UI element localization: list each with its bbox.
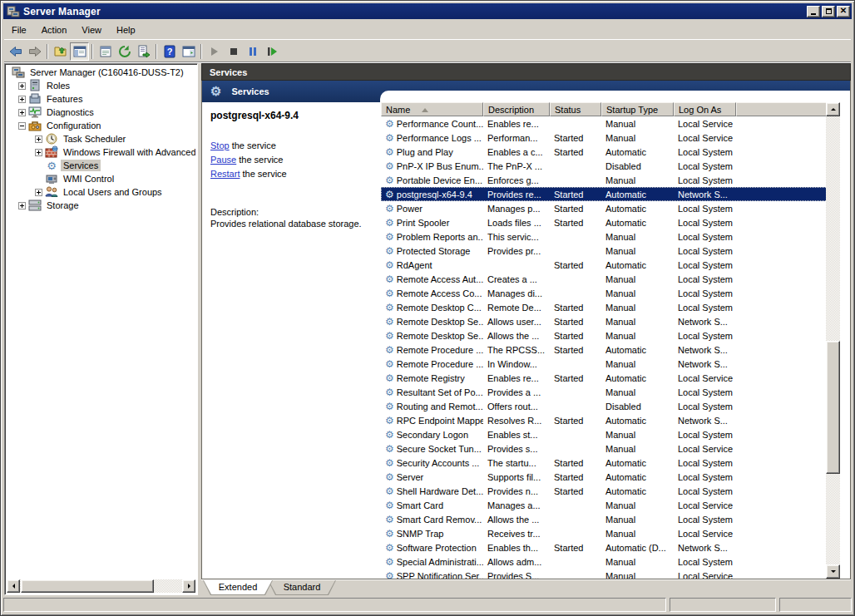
service-row[interactable]: ⚙SPP Notification Ser...Provides S...Man… [381, 569, 828, 579]
restart-service-link[interactable]: Restart [210, 169, 240, 179]
service-row[interactable]: ⚙ServerSupports fil...StartedAutomaticLo… [381, 470, 828, 484]
collapse-minus-icon[interactable] [18, 122, 26, 130]
scroll-left-button[interactable] [7, 579, 20, 593]
column-header-startup-type[interactable]: Startup Type [601, 102, 674, 116]
service-row[interactable]: ⚙PnP-X IP Bus Enum...The PnP-X ...Disabl… [381, 159, 828, 173]
stop-service-button[interactable] [224, 42, 243, 61]
service-row[interactable]: ⚙RPC Endpoint MapperResolves R...Started… [381, 413, 828, 427]
service-row[interactable]: ⚙Software ProtectionEnables th...Started… [381, 540, 828, 554]
service-logon-as: Local Service [674, 373, 736, 383]
service-row[interactable]: ⚙SNMP TrapReceives tr...ManualLocal Serv… [381, 526, 828, 540]
expand-plus-icon[interactable] [18, 109, 26, 116]
tab-standard[interactable]: Standard [268, 580, 336, 595]
close-button[interactable]: ✕ [837, 6, 850, 17]
stop-service-link[interactable]: Stop [210, 140, 230, 150]
service-row[interactable]: ⚙Remote Procedure ...The RPCSS...Started… [381, 342, 828, 357]
maximize-button[interactable] [822, 6, 835, 17]
service-row[interactable]: ⚙Remote Desktop Se...Allows the ...Start… [381, 328, 828, 342]
column-header-name[interactable]: Name [381, 102, 483, 116]
refresh-button[interactable] [115, 42, 134, 61]
tree-expander[interactable] [32, 149, 45, 156]
expand-plus-icon[interactable] [18, 96, 26, 103]
column-header-status[interactable]: Status [550, 102, 601, 116]
service-row[interactable]: ⚙Remote Desktop Se...Allows user...Start… [381, 314, 828, 328]
service-row[interactable]: ⚙Remote Desktop C...Remote De...StartedM… [381, 300, 828, 314]
forward-button[interactable] [25, 42, 44, 61]
scroll-down-button[interactable] [826, 564, 840, 579]
minimize-button[interactable] [807, 6, 820, 17]
scroll-up-button[interactable] [826, 102, 840, 116]
menu-action[interactable]: Action [34, 22, 75, 37]
tree-expander[interactable] [15, 122, 28, 130]
column-header-log-on-as[interactable]: Log On As [674, 102, 736, 116]
service-row[interactable]: ⚙Remote Procedure ...In Window...ManualN… [381, 357, 828, 371]
help-button[interactable]: ? [160, 42, 179, 61]
service-row[interactable]: ⚙Print SpoolerLoads files ...StartedAuto… [381, 215, 828, 229]
tree-horizontal-scrollbar[interactable] [7, 579, 195, 593]
service-row[interactable]: ⚙Plug and PlayEnables a c...StartedAutom… [381, 145, 828, 159]
service-row[interactable]: ⚙Portable Device En...Enforces g...Manua… [381, 173, 828, 187]
service-row[interactable]: ⚙PowerManages p...StartedAutomaticLocal … [381, 201, 828, 215]
expand-plus-icon[interactable] [35, 149, 42, 156]
pause-service-link[interactable]: Pause [210, 155, 236, 165]
start-service-button[interactable] [205, 42, 224, 61]
scroll-thumb[interactable] [21, 579, 154, 593]
menu-view[interactable]: View [74, 22, 109, 37]
back-button[interactable] [6, 42, 25, 61]
list-vertical-scrollbar[interactable] [826, 102, 840, 579]
service-row[interactable]: ⚙Performance Count...Enables re...Manual… [381, 116, 828, 131]
service-row[interactable]: ⚙Routing and Remot...Offers rout...Disab… [381, 399, 828, 413]
scroll-right-button[interactable] [182, 579, 195, 593]
tree-expander[interactable] [32, 189, 45, 196]
tree-expander[interactable] [15, 96, 28, 103]
expand-plus-icon[interactable] [35, 189, 42, 196]
tree-item-server-manager-c160416-duss-t2[interactable]: Server Manager (C160416-DUSS-T2) [7, 66, 195, 79]
service-startup-type: Manual [601, 359, 674, 369]
tree-item-wmi-control[interactable]: WMI Control [7, 172, 195, 185]
tree-item-windows-firewall-with-advanced-se[interactable]: Windows Firewall with Advanced Se [7, 145, 195, 159]
service-row[interactable]: ⚙Secure Socket Tun...Provides s...Manual… [381, 441, 828, 456]
service-row[interactable]: ⚙Performance Logs ...Performan...Started… [381, 131, 828, 145]
tree-item-configuration[interactable]: Configuration [7, 119, 195, 132]
service-row[interactable]: ⚙Smart Card Remov...Allows the ...Manual… [381, 512, 828, 526]
column-header-description[interactable]: Description [483, 102, 550, 116]
restart-service-button[interactable] [262, 42, 281, 61]
service-row[interactable]: ⚙Security Accounts ...The startu...Start… [381, 456, 828, 470]
service-row[interactable]: ⚙Remote RegistryEnables re...StartedAuto… [381, 371, 828, 385]
tree-expander[interactable] [15, 202, 28, 209]
service-row[interactable]: ⚙RdAgentStartedAutomaticLocal System [381, 258, 828, 272]
tree-item-diagnostics[interactable]: Diagnostics [7, 106, 195, 119]
expand-plus-icon[interactable] [35, 136, 42, 143]
tree-expander[interactable] [15, 109, 28, 116]
service-row[interactable]: ⚙Protected StorageProvides pr...ManualLo… [381, 244, 828, 258]
service-row[interactable]: ⚙Remote Access Aut...Creates a ...Manual… [381, 272, 828, 286]
service-row[interactable]: ⚙Smart CardManages a...ManualLocal Servi… [381, 498, 828, 512]
expand-plus-icon[interactable] [18, 202, 26, 209]
up-one-level-button[interactable] [51, 42, 70, 61]
properties-button[interactable] [96, 42, 115, 61]
tree-item-task-scheduler[interactable]: Task Scheduler [7, 132, 195, 145]
service-row[interactable]: ⚙postgresql-x64-9.4Provides re...Started… [381, 187, 828, 201]
service-row[interactable]: ⚙Secondary LogonEnables st...ManualLocal… [381, 427, 828, 441]
export-list-button[interactable] [134, 42, 153, 61]
service-row[interactable]: ⚙Remote Access Co...Manages di...ManualL… [381, 286, 828, 300]
tree-item-storage[interactable]: Storage [7, 199, 195, 212]
show-action-pane-button[interactable] [179, 42, 198, 61]
tree-expander[interactable] [32, 136, 45, 143]
tree-item-local-users-and-groups[interactable]: Local Users and Groups [7, 185, 195, 199]
service-row[interactable]: ⚙Shell Hardware Det...Provides n...Start… [381, 484, 828, 498]
tree-item-features[interactable]: Features [7, 92, 195, 106]
service-row[interactable]: ⚙Problem Reports an...This servic...Manu… [381, 229, 828, 244]
scroll-thumb[interactable] [826, 341, 840, 474]
tree-item-services[interactable]: ⚙Services [7, 159, 195, 172]
show-console-tree-button[interactable] [70, 42, 89, 61]
service-row[interactable]: ⚙Special Administrati...Allows adm...Man… [381, 554, 828, 569]
tree-item-roles[interactable]: Roles [7, 79, 195, 92]
menu-file[interactable]: File [4, 22, 34, 37]
expand-plus-icon[interactable] [18, 82, 26, 90]
menu-help[interactable]: Help [109, 22, 143, 37]
tab-extended[interactable]: Extended [203, 580, 273, 595]
tree-expander[interactable] [15, 82, 28, 90]
pause-service-button[interactable] [243, 42, 262, 61]
service-row[interactable]: ⚙Resultant Set of Po...Provides a ...Man… [381, 385, 828, 399]
